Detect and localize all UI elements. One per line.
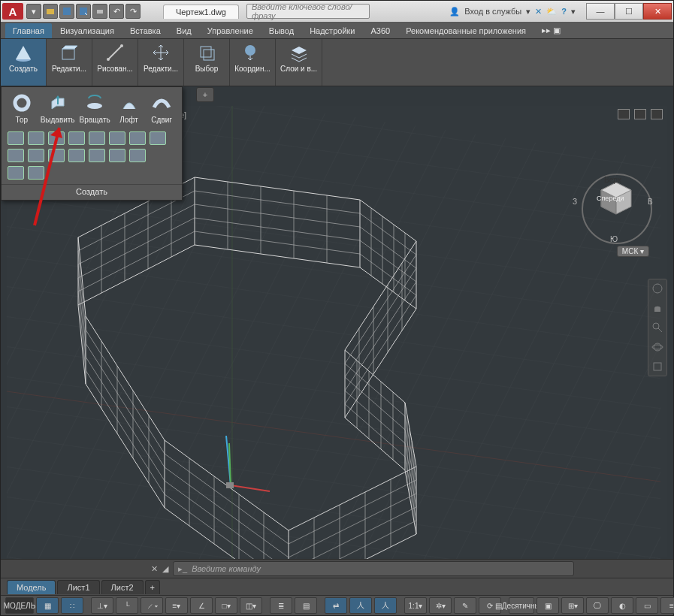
close-button[interactable]: ✕ bbox=[643, 3, 672, 20]
tool-revolve[interactable]: Вращать bbox=[78, 92, 112, 125]
navigation-bar bbox=[648, 279, 667, 376]
grid-tool[interactable] bbox=[48, 149, 65, 162]
qat-open-icon[interactable] bbox=[43, 4, 58, 19]
panel-modify[interactable]: Редакти... bbox=[138, 39, 184, 86]
qat-undo-icon[interactable]: ↶ bbox=[109, 4, 124, 19]
grid-tool[interactable] bbox=[129, 149, 146, 162]
viewport-plus-icon[interactable]: + bbox=[196, 87, 214, 102]
grid-tool[interactable] bbox=[89, 131, 105, 145]
grid-tool[interactable] bbox=[150, 131, 166, 145]
sign-in-icon[interactable]: 👤 bbox=[449, 7, 460, 17]
grid-tool[interactable] bbox=[8, 166, 24, 180]
status-qp-icon[interactable]: ▣ bbox=[536, 597, 559, 614]
nav-orbit-icon[interactable] bbox=[651, 341, 663, 353]
status-cycling-icon[interactable]: ⇄ bbox=[325, 597, 347, 614]
tab-insert[interactable]: Вставка bbox=[122, 23, 168, 38]
minimize-button[interactable]: — bbox=[586, 3, 615, 20]
grid-tool[interactable] bbox=[48, 131, 65, 145]
dropdown-footer[interactable]: Создать bbox=[2, 184, 182, 200]
panel-draw[interactable]: Рисован... bbox=[92, 39, 138, 86]
grid-tool[interactable] bbox=[89, 149, 105, 162]
status-ortho-icon[interactable]: └ bbox=[116, 597, 138, 614]
status-polar-icon[interactable]: ⟋▾ bbox=[141, 597, 163, 614]
cmd-options-icon[interactable]: ◢ bbox=[162, 564, 168, 574]
grid-tool[interactable] bbox=[68, 131, 85, 145]
exchange-icon[interactable]: ✕ bbox=[535, 7, 542, 17]
panel-coords[interactable]: Координ... bbox=[230, 39, 276, 86]
status-cleanscreen-icon[interactable]: ▭ bbox=[636, 597, 658, 614]
tool-loft[interactable]: Лофт bbox=[113, 92, 145, 125]
status-isolate-icon[interactable]: ◐ bbox=[611, 597, 633, 614]
status-workspace-icon[interactable]: ⊞▾ bbox=[561, 597, 584, 614]
status-infercons-icon[interactable]: ⊥▾ bbox=[91, 597, 113, 614]
qat-save-icon[interactable] bbox=[59, 4, 74, 19]
grid-tool[interactable] bbox=[8, 149, 24, 162]
sign-in-link[interactable]: Вход в службы bbox=[464, 7, 521, 16]
status-lineweight-icon[interactable]: ≣ bbox=[270, 597, 292, 614]
tool-sweep[interactable]: Сдвиг bbox=[146, 92, 177, 125]
nav-zoom-icon[interactable] bbox=[651, 322, 663, 334]
status-grid-icon[interactable]: ▦ bbox=[36, 597, 59, 614]
status-3dosnap-icon[interactable]: ◫▾ bbox=[240, 597, 262, 614]
tab-overflow-icon[interactable]: ▸▸ ▣ bbox=[534, 23, 568, 38]
search-input[interactable]: Введите ключевое слово/фразу bbox=[246, 4, 370, 19]
grid-tool[interactable] bbox=[129, 131, 146, 145]
tool-extrude[interactable]: Выдавить bbox=[39, 92, 77, 125]
qat-new-icon[interactable]: ▾ bbox=[26, 4, 41, 19]
status-osnap-icon[interactable]: ∠ bbox=[190, 597, 213, 614]
status-transparency-icon[interactable]: ▤ bbox=[295, 597, 317, 614]
status-3ducs-icon[interactable]: 人 bbox=[349, 597, 372, 614]
grid-tool[interactable] bbox=[28, 166, 44, 180]
ucs-dropdown[interactable]: МСК ▾ bbox=[617, 246, 649, 257]
panel-layers[interactable]: Слои и в... bbox=[276, 39, 322, 86]
tool-torus[interactable]: Тор bbox=[6, 92, 38, 125]
qat-redo-icon[interactable]: ↷ bbox=[125, 4, 141, 19]
status-monitor-icon[interactable]: 🖵 bbox=[586, 597, 609, 614]
tab-view[interactable]: Вид bbox=[169, 23, 199, 38]
tab-featured[interactable]: Рекомендованные приложения bbox=[398, 23, 533, 38]
status-iso-icon[interactable]: ≡▾ bbox=[165, 597, 188, 614]
grid-tool[interactable] bbox=[8, 131, 24, 145]
viewcube[interactable]: Верх Спереди З В Ю bbox=[574, 166, 657, 256]
tab-a360[interactable]: A360 bbox=[363, 23, 397, 38]
layout-tab-add[interactable]: + bbox=[145, 580, 160, 594]
tab-manage[interactable]: Управление bbox=[200, 23, 261, 38]
grid-tool[interactable] bbox=[109, 131, 125, 145]
grid-tool[interactable] bbox=[109, 149, 125, 162]
status-otrack-icon[interactable]: □▾ bbox=[215, 597, 237, 614]
app-logo[interactable]: A bbox=[2, 3, 23, 20]
status-dynamic-ucs-icon[interactable]: 人 bbox=[374, 597, 397, 614]
status-model-toggle[interactable]: МОДЕЛЬ bbox=[5, 597, 34, 614]
status-scale[interactable]: 1:1▾ bbox=[404, 597, 427, 614]
tab-visualize[interactable]: Визуализация bbox=[53, 23, 122, 38]
command-input[interactable]: ▸_ Введите команду bbox=[173, 561, 574, 576]
document-tab[interactable]: Чертеж1.dwg bbox=[163, 5, 239, 19]
svg-rect-1 bbox=[63, 8, 71, 15]
tab-home[interactable]: Главная bbox=[5, 23, 52, 38]
layout-tab-model[interactable]: Модель bbox=[7, 580, 56, 594]
nav-pan-icon[interactable] bbox=[651, 302, 663, 314]
panel-create[interactable]: Создать bbox=[1, 39, 47, 86]
panel-edit[interactable]: Редакти... bbox=[47, 39, 92, 86]
status-menu-icon[interactable]: ≡ bbox=[660, 597, 674, 614]
layout-tab-sheet1[interactable]: Лист1 bbox=[57, 580, 99, 594]
panel-select[interactable]: Выбор bbox=[184, 39, 230, 86]
qat-saveas-icon[interactable] bbox=[76, 4, 91, 19]
tab-output[interactable]: Вывод bbox=[261, 23, 301, 38]
grid-tool[interactable] bbox=[68, 149, 85, 162]
grid-tool[interactable] bbox=[28, 149, 44, 162]
grid-tool[interactable] bbox=[28, 131, 44, 145]
cloud-icon[interactable]: ⛅ bbox=[546, 7, 557, 17]
tab-addins[interactable]: Надстройки bbox=[302, 23, 362, 38]
status-gear-icon[interactable]: ✲▾ bbox=[429, 597, 452, 614]
status-annotate-icon[interactable]: ✎ bbox=[454, 597, 476, 614]
layout-tab-sheet2[interactable]: Лист2 bbox=[101, 580, 144, 594]
maximize-button[interactable]: ☐ bbox=[615, 3, 643, 20]
status-snap-icon[interactable]: ∷ bbox=[61, 597, 83, 614]
cmd-close-icon[interactable]: ✕ bbox=[151, 564, 158, 574]
status-units[interactable]: ▤ Десятичные▾ bbox=[509, 597, 534, 614]
nav-more-icon[interactable] bbox=[651, 361, 663, 373]
help-icon[interactable]: ? bbox=[561, 7, 567, 16]
nav-wheel-icon[interactable] bbox=[651, 282, 663, 294]
qat-print-icon[interactable] bbox=[92, 4, 107, 19]
